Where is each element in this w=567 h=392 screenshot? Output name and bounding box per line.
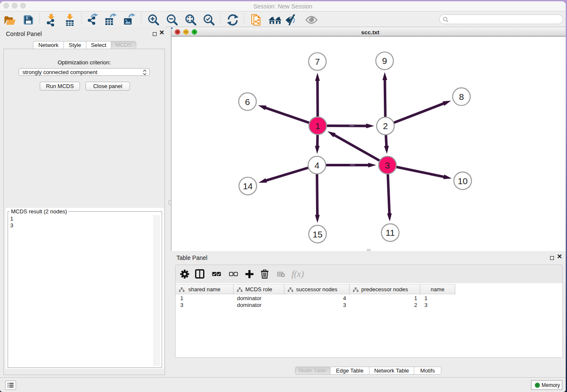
- svg-text:14: 14: [243, 181, 253, 191]
- svg-text:10: 10: [458, 176, 468, 186]
- svg-text:7: 7: [315, 57, 320, 66]
- svg-text:2: 2: [383, 121, 388, 131]
- svg-text:11: 11: [385, 228, 395, 237]
- svg-text:15: 15: [313, 229, 322, 239]
- svg-text:6: 6: [245, 97, 250, 107]
- svg-text:9: 9: [382, 56, 387, 66]
- svg-text:4: 4: [314, 160, 319, 170]
- svg-text:3: 3: [385, 160, 390, 170]
- svg-text:8: 8: [459, 92, 464, 102]
- svg-text:1: 1: [315, 121, 320, 131]
